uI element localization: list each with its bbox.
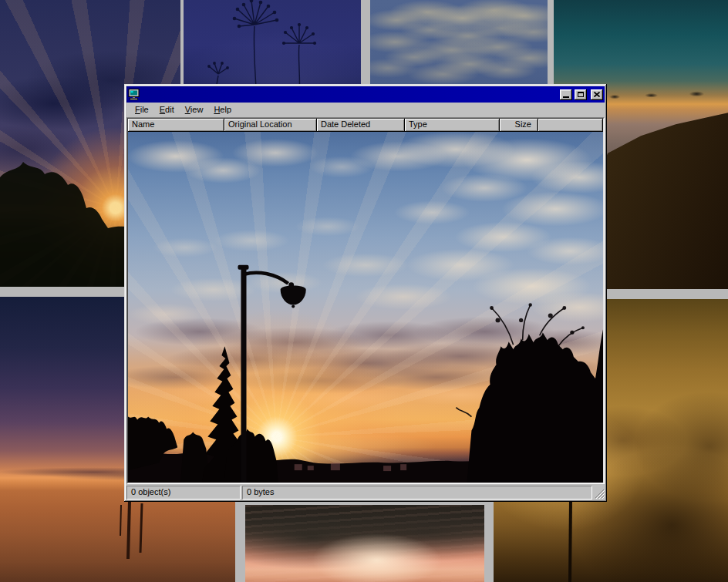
maximize-icon xyxy=(578,92,584,97)
menubar: File Edit View Help xyxy=(126,103,605,117)
minimize-icon xyxy=(563,96,569,98)
menu-edit[interactable]: Edit xyxy=(154,104,180,116)
column-header-blank[interactable] xyxy=(538,119,603,132)
column-header-size[interactable]: Size xyxy=(500,119,538,132)
column-header-row: Name Original Location Date Deleted Type… xyxy=(128,119,603,132)
desktop: File Edit View Help Name Original Locati… xyxy=(0,0,728,582)
close-icon xyxy=(594,92,600,97)
wallpaper-photo-water-reflections xyxy=(245,505,484,582)
column-header-name[interactable]: Name xyxy=(128,119,224,132)
menu-help[interactable]: Help xyxy=(208,104,237,116)
close-button[interactable] xyxy=(591,89,603,100)
status-size: 0 bytes xyxy=(242,486,592,500)
status-object-count: 0 object(s) xyxy=(126,486,241,500)
computer-icon xyxy=(128,89,140,100)
maximize-button[interactable] xyxy=(575,89,587,100)
client-area: Name Original Location Date Deleted Type… xyxy=(127,118,604,483)
resize-grip-icon xyxy=(594,486,605,500)
column-header-type[interactable]: Type xyxy=(405,119,500,132)
list-view-sunset-photo[interactable] xyxy=(128,132,603,483)
recycle-bin-window: File Edit View Help Name Original Locati… xyxy=(124,84,607,502)
menu-view[interactable]: View xyxy=(180,104,209,116)
resize-grip[interactable] xyxy=(594,486,605,500)
statusbar: 0 object(s) 0 bytes xyxy=(126,486,605,500)
silhouette-overlay xyxy=(128,132,603,483)
menu-file[interactable]: File xyxy=(130,104,154,116)
titlebar[interactable] xyxy=(126,86,605,103)
column-header-original-location[interactable]: Original Location xyxy=(224,119,317,132)
client-frame: Name Original Location Date Deleted Type… xyxy=(126,117,605,484)
column-header-date-deleted[interactable]: Date Deleted xyxy=(317,119,405,132)
minimize-button[interactable] xyxy=(560,89,572,100)
